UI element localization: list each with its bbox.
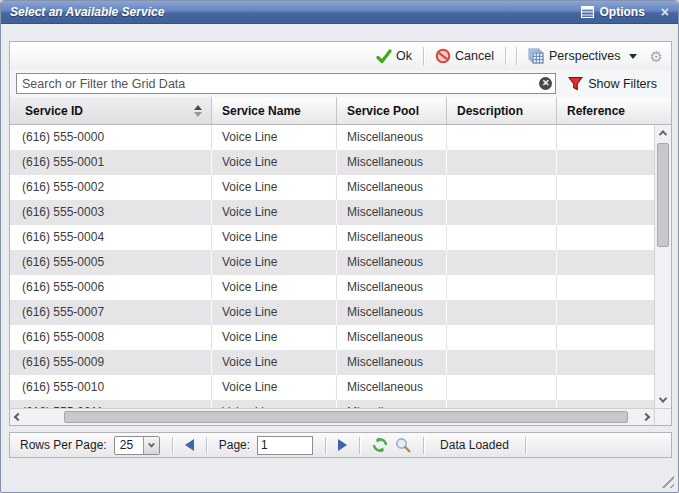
cell-service-id: (616) 555-0009 [10,350,212,375]
cell-description [447,400,557,408]
scroll-right-icon[interactable] [638,409,654,425]
select-service-dialog: Select an Available Service Options × Ok [0,0,679,493]
cell-service-pool: Miscellaneous [337,350,447,375]
combo-chevron-icon[interactable] [143,437,159,454]
horizontal-scrollbar-thumb[interactable] [64,411,628,423]
table-row[interactable]: (616) 555-0006Voice LineMiscellaneous [10,275,654,300]
cell-reference [557,175,654,200]
rows-per-page-value: 25 [115,437,143,454]
table-row[interactable]: (616) 555-0010Voice LineMiscellaneous [10,375,654,400]
cell-service-name: Voice Line [212,225,337,250]
cell-description [447,125,557,150]
content-panel: Ok Cancel [9,41,672,426]
grid-body: (616) 555-0000Voice LineMiscellaneous(61… [10,125,671,408]
cell-description [447,275,557,300]
rows-per-page-select[interactable]: 25 [114,436,160,455]
horizontal-scrollbar[interactable] [10,408,671,425]
filter-icon [568,76,583,91]
cell-service-id: (616) 555-0008 [10,325,212,350]
perspectives-button[interactable]: Perspectives [525,46,640,66]
options-label: Options [599,5,644,19]
vertical-scrollbar[interactable] [654,125,671,408]
cell-service-pool: Miscellaneous [337,200,447,225]
pager-separator [525,437,526,454]
table-row[interactable]: (616) 555-0002Voice LineMiscellaneous [10,175,654,200]
zoom-icon[interactable] [395,437,411,453]
cell-service-pool: Miscellaneous [337,150,447,175]
cell-service-id: (616) 555-0010 [10,375,212,400]
rows-per-page-label: Rows Per Page: [20,438,107,452]
options-button[interactable]: Options [581,5,644,19]
column-header-service-id[interactable]: Service ID [10,97,212,124]
cell-service-id: (616) 555-0002 [10,175,212,200]
show-filters-button[interactable]: Show Filters [556,76,665,91]
table-row[interactable]: (616) 555-0005Voice LineMiscellaneous [10,250,654,275]
toolbar: Ok Cancel [10,42,671,70]
cell-reference [557,250,654,275]
column-label: Service ID [25,104,83,118]
cancel-button[interactable]: Cancel [432,46,497,66]
cell-service-id: (616) 555-0004 [10,225,212,250]
table-row[interactable]: (616) 555-0001Voice LineMiscellaneous [10,150,654,175]
next-page-button[interactable] [338,439,347,451]
column-header-service-name[interactable]: Service Name [212,97,337,124]
resize-grip-icon[interactable] [660,474,674,488]
cell-service-pool: Miscellaneous [337,250,447,275]
cell-service-pool: Miscellaneous [337,300,447,325]
cell-service-name: Voice Line [212,175,337,200]
cell-service-pool: Miscellaneous [337,225,447,250]
table-row[interactable]: (616) 555-0009Voice LineMiscellaneous [10,350,654,375]
cancel-icon [435,48,451,64]
gear-icon[interactable]: ⚙ [650,49,663,64]
table-row[interactable]: (616) 555-0008Voice LineMiscellaneous [10,325,654,350]
table-row[interactable]: (616) 555-0007Voice LineMiscellaneous [10,300,654,325]
table-row[interactable]: (616) 555-0003Voice LineMiscellaneous [10,200,654,225]
column-header-service-pool[interactable]: Service Pool [337,97,447,124]
pager-separator [325,437,326,454]
cell-service-id: (616) 555-0006 [10,275,212,300]
cell-reference [557,225,654,250]
table-row[interactable]: (616) 555-0004Voice LineMiscellaneous [10,225,654,250]
grid-header: Service ID Service Name Service Pool Des… [10,97,671,125]
cell-service-id: (616) 555-0005 [10,250,212,275]
table-row[interactable]: (616) 555-0011Voice LineMiscellaneous [10,400,654,408]
prev-page-button[interactable] [185,439,194,451]
search-input[interactable] [16,73,556,94]
column-header-reference[interactable]: Reference [557,97,671,124]
cell-service-name: Voice Line [212,250,337,275]
horizontal-scrollbar-track[interactable] [26,409,638,425]
toolbar-separator [505,47,506,65]
toolbar-separator [423,47,424,65]
column-label: Service Name [222,104,301,118]
ok-check-icon [376,49,392,64]
cell-reference [557,300,654,325]
perspectives-label: Perspectives [549,49,621,63]
cell-reference [557,325,654,350]
page-input[interactable] [257,436,313,455]
titlebar[interactable]: Select an Available Service Options × [1,1,678,24]
sort-icon[interactable] [194,105,202,117]
cell-service-pool: Miscellaneous [337,125,447,150]
scrollbar-corner [654,409,671,425]
cell-reference [557,350,654,375]
cell-description [447,175,557,200]
scroll-left-icon[interactable] [10,409,26,425]
close-icon[interactable]: × [661,5,669,19]
cell-service-name: Voice Line [212,300,337,325]
vertical-scrollbar-thumb[interactable] [657,143,669,247]
refresh-icon[interactable] [372,437,388,453]
show-filters-label: Show Filters [588,77,657,91]
cell-service-id: (616) 555-0003 [10,200,212,225]
scroll-up-icon[interactable] [655,125,671,141]
cell-service-name: Voice Line [212,275,337,300]
cell-description [447,225,557,250]
cell-service-pool: Miscellaneous [337,375,447,400]
dialog-title: Select an Available Service [10,5,581,19]
ok-button[interactable]: Ok [373,47,415,66]
scroll-down-icon[interactable] [655,392,671,408]
column-header-description[interactable]: Description [447,97,557,124]
ok-label: Ok [396,49,412,63]
column-label: Service Pool [347,104,419,118]
table-row[interactable]: (616) 555-0000Voice LineMiscellaneous [10,125,654,150]
cell-service-name: Voice Line [212,325,337,350]
